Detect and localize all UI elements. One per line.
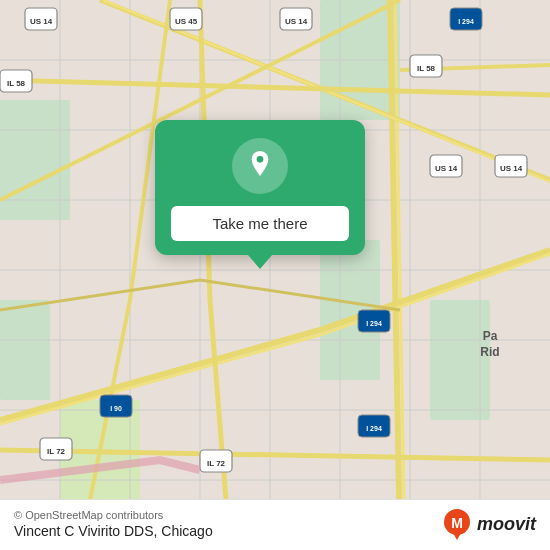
svg-text:I 90: I 90 bbox=[110, 405, 122, 412]
location-pin-icon bbox=[245, 151, 275, 181]
map-background: US 14 US 45 US 14 IL 58 IL 58 I 294 US 1… bbox=[0, 0, 550, 550]
svg-text:Rid: Rid bbox=[480, 345, 499, 359]
popup-tail bbox=[248, 255, 272, 269]
svg-text:I 294: I 294 bbox=[366, 425, 382, 432]
svg-rect-5 bbox=[0, 300, 50, 400]
svg-text:US 14: US 14 bbox=[500, 164, 523, 173]
svg-text:US 45: US 45 bbox=[175, 17, 198, 26]
bottom-bar: © OpenStreetMap contributors Vincent C V… bbox=[0, 499, 550, 550]
svg-text:IL 58: IL 58 bbox=[7, 79, 26, 88]
place-name: Vincent C Vivirito DDS, Chicago bbox=[14, 523, 213, 539]
svg-text:IL 72: IL 72 bbox=[207, 459, 226, 468]
svg-text:US 14: US 14 bbox=[285, 17, 308, 26]
svg-text:Pa: Pa bbox=[483, 329, 498, 343]
location-popup: Take me there bbox=[155, 120, 365, 255]
svg-text:IL 58: IL 58 bbox=[417, 64, 436, 73]
svg-text:US 14: US 14 bbox=[30, 17, 53, 26]
svg-text:I 294: I 294 bbox=[366, 320, 382, 327]
svg-text:M: M bbox=[451, 515, 463, 531]
svg-text:I 294: I 294 bbox=[458, 18, 474, 25]
svg-text:US 14: US 14 bbox=[435, 164, 458, 173]
moovit-logo: M moovit bbox=[441, 508, 536, 540]
svg-marker-52 bbox=[453, 533, 461, 540]
svg-point-49 bbox=[257, 156, 264, 163]
location-icon-circle bbox=[232, 138, 288, 194]
moovit-icon: M bbox=[441, 508, 473, 540]
moovit-wordmark: moovit bbox=[477, 514, 536, 535]
svg-text:IL 72: IL 72 bbox=[47, 447, 66, 456]
map-container: US 14 US 45 US 14 IL 58 IL 58 I 294 US 1… bbox=[0, 0, 550, 550]
copyright-text: © OpenStreetMap contributors bbox=[14, 509, 213, 521]
take-me-there-button[interactable]: Take me there bbox=[171, 206, 349, 241]
bottom-bar-info: © OpenStreetMap contributors Vincent C V… bbox=[14, 509, 213, 539]
svg-rect-3 bbox=[430, 300, 490, 420]
